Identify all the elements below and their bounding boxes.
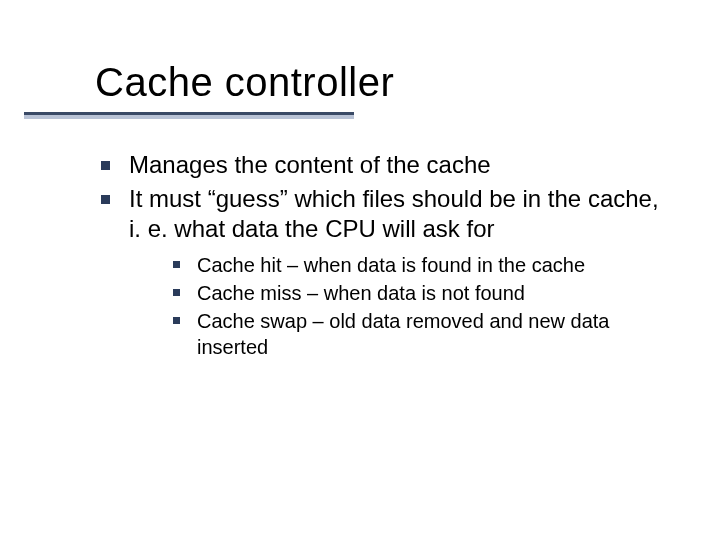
bullet-list-level1: Manages the content of the cache It must… <box>95 150 660 360</box>
bullet-text: It must “guess” which files should be in… <box>129 185 659 242</box>
title-underline <box>24 112 354 119</box>
sub-bullet-item: Cache miss – when data is not found <box>169 280 660 306</box>
sub-bullet-text: Cache swap – old data removed and new da… <box>197 310 610 358</box>
sub-bullet-item: Cache swap – old data removed and new da… <box>169 308 660 360</box>
title-wrap: Cache controller <box>95 60 680 104</box>
slide: Cache controller Manages the content of … <box>0 0 720 540</box>
slide-title: Cache controller <box>95 60 680 104</box>
bullet-list-level2: Cache hit – when data is found in the ca… <box>169 252 660 360</box>
sub-bullet-item: Cache hit – when data is found in the ca… <box>169 252 660 278</box>
bullet-item: Manages the content of the cache <box>95 150 660 180</box>
slide-body: Manages the content of the cache It must… <box>95 150 660 364</box>
bullet-item: It must “guess” which files should be in… <box>95 184 660 360</box>
bullet-text: Manages the content of the cache <box>129 151 491 178</box>
sub-bullet-text: Cache miss – when data is not found <box>197 282 525 304</box>
sub-bullet-text: Cache hit – when data is found in the ca… <box>197 254 585 276</box>
